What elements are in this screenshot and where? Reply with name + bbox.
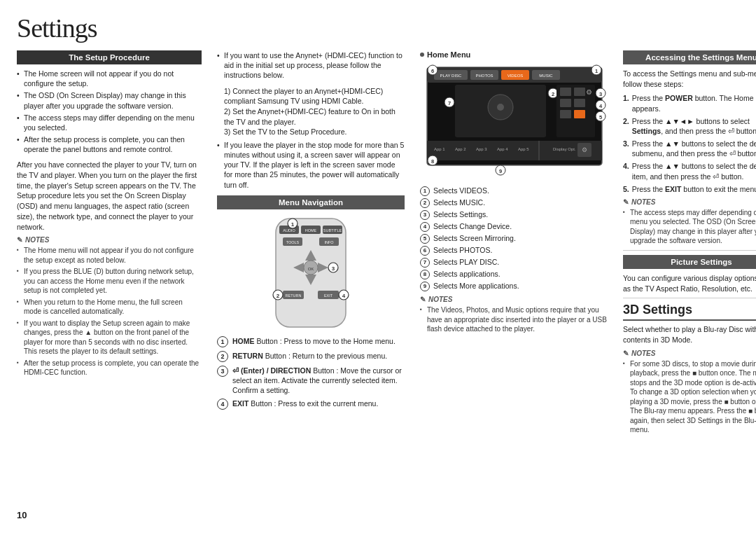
divider-1: [623, 250, 756, 251]
svg-text:4: 4: [342, 292, 346, 298]
select-num-9: 9: [420, 282, 430, 291]
anynet-step-1: 1) Connect the player to an Anynet+(HDMI…: [224, 86, 405, 106]
anynet-bullet-2: If you leave the player in the stop mode…: [217, 140, 405, 190]
svg-text:AUDIO: AUDIO: [283, 228, 295, 233]
anynet-steps: 1) Connect the player to an Anynet+(HDMI…: [217, 86, 405, 137]
svg-text:INFO: INFO: [324, 240, 334, 244]
svg-text:7: 7: [448, 100, 451, 106]
svg-text:App 3: App 3: [476, 147, 487, 151]
svg-point-46: [497, 104, 504, 111]
setup-bullet-4: After the setup process is complete, you…: [17, 134, 202, 154]
select-num-5: 5: [420, 234, 430, 244]
select-text-5: Selects Screen Mirroring.: [433, 234, 516, 244]
nav-circle-1: 1: [217, 336, 228, 347]
nav-item-2: 2 RETURN Button : Return to the previous…: [217, 351, 405, 362]
select-text-2: Selects MUSIC.: [433, 198, 485, 208]
step-3: 3. Press the ▲▼ buttons to select the de…: [623, 139, 756, 158]
svg-text:⚙: ⚙: [582, 146, 587, 153]
selects-item-3: 3 Selects Settings.: [420, 210, 608, 220]
note-4: If you want to display the Setup screen …: [17, 319, 202, 357]
svg-text:8: 8: [431, 158, 434, 165]
step-num-5: 5.: [623, 184, 629, 194]
picture-settings-header: Picture Settings: [623, 255, 756, 269]
3d-notes-label: NOTES: [623, 349, 756, 357]
notes-list: The Home menu will not appear if you do …: [17, 246, 202, 378]
setup-notes: NOTES The Home menu will not appear if y…: [17, 236, 202, 378]
select-num-7: 7: [420, 258, 430, 268]
nav-item-text-1: HOME Button : Press to move to the Home …: [232, 336, 405, 346]
step-text-3: Press the ▲▼ buttons to select the desir…: [632, 139, 756, 158]
col2-menu-nav: If you want to use the Anynet+ (HDMI-CEC…: [213, 50, 409, 439]
svg-text:3: 3: [332, 265, 335, 271]
svg-rect-57: [574, 110, 585, 118]
svg-text:App 2: App 2: [455, 147, 466, 151]
step-text-5: Press the EXIT button to exit the menu.: [632, 184, 756, 194]
nav-circle-2: 2: [217, 351, 228, 362]
accessing-body: To access the Settings menu and sub-menu…: [623, 69, 756, 89]
svg-text:EXIT: EXIT: [324, 293, 333, 298]
nav-items-list: 1 HOME Button : Press to move to the Hom…: [217, 336, 405, 410]
nav-circle-4: 4: [217, 399, 228, 410]
nav-item-1: 1 HOME Button : Press to move to the Hom…: [217, 336, 405, 347]
col3-notes: NOTES The Videos, Photos, and Music opti…: [420, 296, 608, 334]
3d-notes-list: For some 3D discs, to stop a movie durin…: [623, 359, 756, 435]
step-num-4: 4.: [623, 161, 629, 181]
bullet-dot: [420, 53, 424, 57]
setup-bullets: The Home screen will not appear if you d…: [17, 69, 202, 154]
select-num-8: 8: [420, 270, 430, 279]
svg-text:HOME: HOME: [305, 228, 317, 233]
svg-text:SUBTITLE: SUBTITLE: [323, 228, 342, 233]
accessing-notes-label: NOTES: [623, 198, 756, 206]
home-menu-label-area: Home Menu: [420, 50, 608, 59]
select-num-3: 3: [420, 210, 430, 220]
svg-text:⚙: ⚙: [586, 88, 592, 96]
remote-diagram: AUDIO HOME SUBTITLE 1 TOOLS INFO: [217, 215, 405, 331]
divider-2: [623, 298, 756, 298]
svg-text:Display Opt.: Display Opt.: [553, 147, 576, 151]
selects-item-4: 4 Selects Change Device.: [420, 222, 608, 232]
select-text-4: Selects Change Device.: [433, 222, 512, 232]
step-4: 4. Press the ▲▼ buttons to select the de…: [623, 161, 756, 181]
page-title: Settings: [17, 13, 739, 43]
setup-bullet-3: The access steps may differ depending on…: [17, 113, 202, 132]
select-text-3: Selects Settings.: [433, 210, 488, 220]
selects-item-9: 9 Selects More applications.: [420, 282, 608, 291]
col3-note-1: The Videos, Photos, and Music options re…: [420, 305, 608, 334]
3d-title: 3D Settings: [623, 303, 756, 321]
select-text-9: Selects More applications.: [433, 282, 519, 291]
anynet-step-3: 3) Set the TV to the Setup Procedure.: [224, 127, 405, 137]
step-text-1: Press the POWER button. The Home Menu ap…: [632, 93, 756, 113]
nav-circle-3: 3: [217, 366, 228, 377]
step-text-4: Press the ▲▼ buttons to select the desir…: [632, 161, 756, 181]
svg-rect-56: [560, 110, 571, 118]
select-text-7: Selects PLAY DISC.: [433, 258, 499, 268]
select-num-4: 4: [420, 222, 430, 232]
svg-text:1: 1: [595, 68, 598, 74]
nav-item-text-2: RETURN Button : Return to the previous m…: [232, 351, 405, 361]
nav-item-4: 4 EXIT Button : Press to exit the curren…: [217, 399, 405, 410]
svg-rect-53: [574, 88, 585, 96]
anynet-step-2: 2) Set the Anynet+(HDMI-CEC) feature to …: [224, 106, 405, 127]
svg-text:9: 9: [499, 168, 502, 174]
accessing-note-1: The access steps may differ depending on…: [623, 208, 756, 246]
menu-nav-header: Menu Navigation: [217, 195, 405, 209]
svg-text:App 5: App 5: [518, 147, 529, 151]
svg-text:PLAY DISC: PLAY DISC: [440, 74, 462, 78]
home-menu-label: Home Menu: [427, 50, 470, 59]
select-text-8: Selects applications.: [433, 270, 500, 279]
nav-item-3: 3 ⏎ (Enter) / DIRECTION Button : Move th…: [217, 366, 405, 396]
nav-item-text-3: ⏎ (Enter) / DIRECTION Button : Move the …: [232, 366, 405, 396]
step-num-2: 2.: [623, 116, 629, 136]
note-5: After the setup process is complete, you…: [17, 359, 202, 378]
note-2: If you press the BLUE (D) button during …: [17, 267, 202, 296]
svg-text:3: 3: [599, 91, 602, 97]
note-3: When you return to the Home menu, the fu…: [17, 298, 202, 317]
step-text-2: Press the ▲▼◄► buttons to select Setting…: [632, 116, 756, 136]
home-screen-svg: PLAY DISC PHOTOS VIDEOS MUSIC 6 1 No Dis…: [420, 62, 609, 181]
svg-text:VIDEOS: VIDEOS: [507, 74, 524, 78]
select-text-6: Selects PHOTOS.: [433, 246, 492, 256]
selects-list: 1 Selects VIDEOS. 2 Selects MUSIC. 3 Sel…: [420, 186, 608, 291]
select-num-2: 2: [420, 198, 430, 208]
svg-text:RETURN: RETURN: [286, 293, 302, 298]
selects-item-6: 6 Selects PHOTOS.: [420, 246, 608, 256]
